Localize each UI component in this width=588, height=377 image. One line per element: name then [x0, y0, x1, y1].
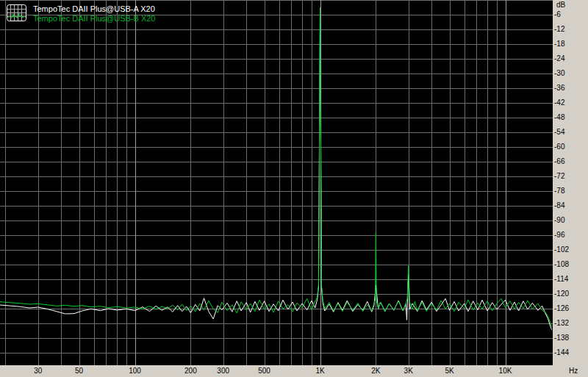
- x-tick-label: 200: [184, 367, 197, 376]
- x-axis-unit-label: Hz: [569, 367, 578, 376]
- y-tick-label: -78: [554, 187, 564, 195]
- y-tick-label: -24: [554, 54, 564, 63]
- x-tick-label: 100: [129, 367, 141, 376]
- y-tick-label: -96: [554, 231, 564, 240]
- x-tick-label: 3K: [404, 367, 413, 376]
- spectrum-grid-icon: [7, 4, 27, 22]
- legend: TempoTec DAII Plus@USB-A X20 TempoTec DA…: [7, 4, 155, 24]
- y-tick-label: -114: [554, 275, 568, 284]
- y-tick-label: -72: [554, 172, 564, 181]
- legend-labels: TempoTec DAII Plus@USB-A X20 TempoTec DA…: [33, 4, 155, 24]
- x-tick-label: 10K: [499, 367, 512, 376]
- y-axis-unit-label: dB: [556, 1, 565, 10]
- y-tick-label: -138: [554, 334, 569, 342]
- legend-series-a-label: TempoTec DAII Plus@USB-A X20: [33, 4, 155, 14]
- y-tick-label: -66: [554, 157, 564, 166]
- legend-series-b-label: TempoTec DAII Plus@USB-B X20: [33, 14, 155, 24]
- spectrum-plot-area: [0, 0, 553, 365]
- y-tick-label: -132: [554, 319, 569, 328]
- spectrum-analyzer-panel: TempoTec DAII Plus@USB-A X20 TempoTec DA…: [0, 0, 588, 377]
- y-tick-label: -102: [554, 245, 569, 254]
- y-tick-label: -144: [554, 348, 569, 357]
- y-tick-label: -12: [554, 25, 564, 34]
- x-tick-label: 2K: [371, 367, 380, 376]
- x-tick-label: 30: [34, 367, 42, 376]
- x-tick-label: 5K: [445, 367, 453, 376]
- y-tick-label: -42: [554, 98, 564, 107]
- x-tick-label: 50: [75, 367, 83, 376]
- x-tick-label: 1K: [315, 367, 324, 376]
- y-tick-label: -120: [554, 290, 569, 298]
- y-tick-label: -60: [554, 143, 564, 151]
- y-tick-label: -126: [554, 304, 569, 313]
- y-tick-label: -48: [554, 113, 564, 122]
- x-tick-label: 300: [217, 367, 229, 376]
- y-tick-label: -30: [554, 69, 564, 78]
- y-tick-label: -108: [554, 260, 569, 269]
- y-tick-label: -6: [554, 10, 561, 19]
- y-tick-label: -90: [554, 216, 564, 225]
- y-tick-label: -36: [554, 84, 564, 93]
- x-tick-label: 500: [258, 367, 270, 376]
- y-tick-label: -54: [554, 128, 564, 137]
- y-tick-label: -18: [554, 40, 564, 49]
- y-tick-label: -84: [554, 201, 564, 210]
